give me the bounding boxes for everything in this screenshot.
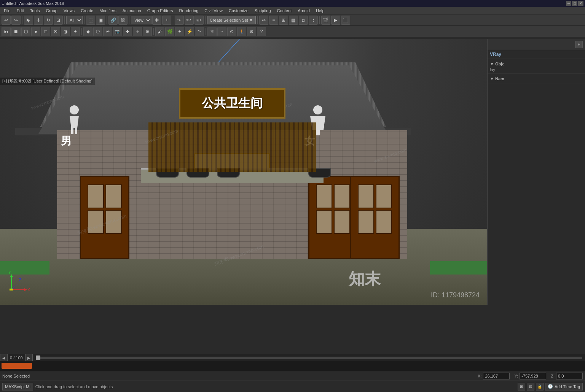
- schematic-button[interactable]: ⧈: [299, 16, 308, 25]
- menu-civil-view[interactable]: Civil View: [201, 8, 225, 14]
- rotate-button[interactable]: ↻: [44, 16, 53, 25]
- menu-animation[interactable]: Animation: [120, 8, 144, 14]
- material-editor-button[interactable]: ⬛: [341, 16, 350, 25]
- link-button[interactable]: 🔗: [108, 16, 118, 25]
- minimize-button[interactable]: ─: [566, 1, 571, 6]
- scale-button[interactable]: ⊡: [54, 16, 63, 25]
- menu-create[interactable]: Create: [78, 8, 96, 14]
- menu-tools[interactable]: Tools: [27, 8, 43, 14]
- paint-button[interactable]: 🖌: [155, 27, 164, 36]
- svg-text:Z: Z: [19, 278, 21, 282]
- y-input[interactable]: [520, 373, 546, 379]
- main-viewport[interactable]: [+] [场景号:002] [User Defined] [Default Sh…: [0, 39, 487, 305]
- dynamics-button[interactable]: ⊕: [247, 27, 256, 36]
- select-mode-dropdown[interactable]: All: [66, 16, 83, 24]
- render-button[interactable]: ▶: [331, 16, 340, 25]
- biped-button[interactable]: 🚶: [237, 27, 246, 36]
- timeline-thumb[interactable]: [36, 355, 40, 360]
- create-selection-button[interactable]: Create Selection Set ▼: [207, 16, 256, 24]
- grid-button[interactable]: ⊞: [279, 16, 288, 25]
- close-button[interactable]: ✕: [578, 1, 583, 6]
- z-coord-group: Z:: [551, 373, 583, 379]
- animation-track-bar[interactable]: [2, 363, 32, 369]
- move-button[interactable]: ✛: [34, 16, 43, 25]
- play-anim-button[interactable]: ⏮: [2, 27, 11, 36]
- layer-button[interactable]: ▤: [289, 16, 298, 25]
- door-left: [80, 176, 129, 259]
- skin-button[interactable]: ⊙: [227, 27, 236, 36]
- help-icon-button[interactable]: ?: [257, 27, 266, 36]
- show-stats-button[interactable]: ✦: [71, 27, 80, 36]
- spinner-snap-button[interactable]: ⊞∧: [194, 16, 204, 25]
- zoom-in-button[interactable]: +: [162, 16, 171, 25]
- lock-icon-button[interactable]: 🔒: [536, 383, 544, 390]
- angle-snap-button[interactable]: °∧: [175, 16, 184, 25]
- reactor-button[interactable]: ⚛: [207, 27, 217, 36]
- unlink-button[interactable]: ⛓: [118, 16, 128, 25]
- select-object-button[interactable]: [24, 16, 33, 25]
- menu-help[interactable]: Help: [313, 8, 328, 14]
- undo-button[interactable]: ↩: [2, 16, 11, 25]
- render-setup-button[interactable]: 🎬: [321, 16, 330, 25]
- menu-scripting[interactable]: Scripting: [252, 8, 274, 14]
- svg-rect-17: [10, 289, 13, 290]
- menu-content[interactable]: Content: [274, 8, 295, 14]
- percent-snap-button[interactable]: %∧: [185, 16, 194, 25]
- maxscript-button[interactable]: MAXScript Mi: [2, 383, 33, 390]
- menu-rendering[interactable]: Rendering: [176, 8, 202, 14]
- wireframe-button[interactable]: ⬡: [21, 27, 30, 36]
- panel-plus-button[interactable]: +: [575, 41, 583, 48]
- box-display-button[interactable]: □: [41, 27, 50, 36]
- menu-group[interactable]: Group: [43, 8, 61, 14]
- sep-t2-2: [153, 28, 154, 35]
- select-region-button[interactable]: ⬚: [86, 16, 95, 25]
- menu-views[interactable]: Views: [61, 8, 78, 14]
- menu-arnold[interactable]: Arnold: [295, 8, 313, 14]
- view-dropdown[interactable]: View: [131, 16, 151, 24]
- timeline-prev-button[interactable]: ◀: [0, 354, 8, 362]
- cloth-button[interactable]: ≈: [217, 27, 226, 36]
- timeline-next-button[interactable]: ▶: [25, 354, 33, 362]
- separator-1: [22, 16, 22, 24]
- lights-button[interactable]: ☀: [103, 27, 112, 36]
- timeline[interactable]: ◀ 0 / 100 ▶: [0, 354, 585, 362]
- foliage-button[interactable]: 🌿: [165, 27, 174, 36]
- edged-faces-button[interactable]: ⊠: [51, 27, 60, 36]
- menu-file[interactable]: File: [1, 8, 14, 14]
- curve-editor-button[interactable]: ⌇: [309, 16, 318, 25]
- mirror-button[interactable]: ⇔: [259, 16, 268, 25]
- cameras-button[interactable]: 📷: [113, 27, 122, 36]
- menu-edit[interactable]: Edit: [14, 8, 27, 14]
- redo-button[interactable]: ↪: [11, 16, 21, 25]
- svg-marker-13: [10, 275, 13, 277]
- window-title: Untitled - Autodesk 3ds Max 2018: [2, 1, 566, 6]
- door-pane: [88, 184, 104, 208]
- pan-button[interactable]: ✚: [152, 16, 161, 25]
- window-crossing-button[interactable]: ▣: [96, 16, 105, 25]
- particle-button[interactable]: ✦: [175, 27, 184, 36]
- door-pane: [334, 210, 350, 234]
- shaded-button[interactable]: ●: [31, 27, 40, 36]
- transparency-button[interactable]: ◑: [61, 27, 70, 36]
- grid-icon-button[interactable]: ⊡: [527, 383, 534, 390]
- timeline-slider[interactable]: [36, 357, 582, 359]
- separator-6: [173, 16, 173, 24]
- systems-button[interactable]: ⚙: [143, 27, 152, 36]
- snap-icon-button[interactable]: ⊞: [518, 383, 525, 390]
- hair-button[interactable]: 〜: [195, 27, 204, 36]
- x-coord-group: X:: [478, 373, 510, 379]
- helpers-button[interactable]: ✚: [123, 27, 132, 36]
- x-input[interactable]: [483, 373, 510, 379]
- z-input[interactable]: [556, 373, 583, 379]
- maximize-button[interactable]: □: [572, 1, 577, 6]
- menu-modifiers[interactable]: Modifiers: [96, 8, 120, 14]
- menu-graph-editors[interactable]: Graph Editors: [144, 8, 176, 14]
- menu-customize[interactable]: Customize: [226, 8, 252, 14]
- spacewarps-button[interactable]: ⌖: [133, 27, 142, 36]
- geometry-button[interactable]: ◆: [83, 27, 92, 36]
- effects-button[interactable]: ⚡: [185, 27, 194, 36]
- stop-anim-button[interactable]: ⏹: [11, 27, 21, 36]
- add-time-tag-button[interactable]: 🕐 Add Time Tag: [545, 383, 583, 390]
- align-button[interactable]: ≡: [269, 16, 278, 25]
- shapes-button[interactable]: ⬠: [93, 27, 102, 36]
